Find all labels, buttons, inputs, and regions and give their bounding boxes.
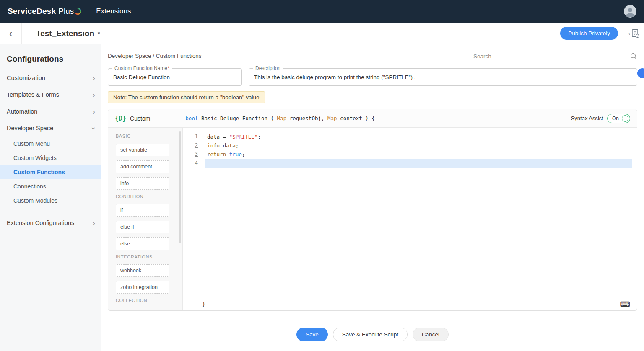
closing-brace: } xyxy=(202,301,205,307)
code-editor-area[interactable]: 1 2 3 4 data = "SPRITLE"; info data; ret… xyxy=(183,128,637,297)
description-label: Description xyxy=(253,65,283,71)
palette-item-zoho-integration[interactable]: zoho integration xyxy=(116,281,169,294)
editor-tab-custom[interactable]: Custom xyxy=(130,115,150,122)
syntax-assist-label: Syntax Assist xyxy=(571,115,603,121)
palette-item-set-variable[interactable]: set variable xyxy=(116,144,169,156)
code-line-4[interactable] xyxy=(205,159,637,168)
sidebar-item-custom-functions[interactable]: Custom Functions xyxy=(0,165,101,179)
chevron-right-icon: › xyxy=(93,219,95,227)
description-field[interactable]: Description This is the basic deluge pro… xyxy=(249,68,637,86)
code-text[interactable]: data = "SPRITLE"; info data; return true… xyxy=(205,128,637,297)
chevron-right-icon: › xyxy=(93,75,95,82)
top-navbar: ServiceDesk Plus Extensions xyxy=(0,0,644,23)
sidebar-item-custom-menu[interactable]: Custom Menu xyxy=(0,137,101,151)
code-line-1[interactable]: data = "SPRITLE"; xyxy=(205,132,637,141)
editor-footer: } ⌨ xyxy=(183,297,637,310)
sidebar-item-automation[interactable]: Automation › xyxy=(0,103,101,120)
line-number[interactable]: 2 xyxy=(183,141,198,150)
chevron-right-icon: › xyxy=(93,91,95,98)
palette-item-add-comment[interactable]: add comment xyxy=(116,160,169,173)
sidebar-item-developer-space[interactable]: Developer Space › xyxy=(0,120,101,137)
brand-secondary: Plus xyxy=(58,7,74,16)
boolean-note-banner: Note: The custom function should return … xyxy=(108,91,265,103)
palette-item-if[interactable]: if xyxy=(116,204,169,217)
brand-logo[interactable]: ServiceDesk Plus xyxy=(8,7,82,16)
syntax-assist-state: On xyxy=(612,116,619,121)
sidebar-item-custom-widgets[interactable]: Custom Widgets xyxy=(0,151,101,165)
code-line-2[interactable]: info data; xyxy=(205,141,637,150)
palette-section-condition: CONDITION xyxy=(116,194,182,199)
back-chevron-icon: ‹ xyxy=(9,28,13,39)
deluge-icon: {D} xyxy=(115,115,126,122)
search-input[interactable] xyxy=(473,53,630,59)
sidebar-item-extension-configurations[interactable]: Extension Configurations › xyxy=(0,214,101,231)
palette-item-webhook[interactable]: webhook xyxy=(116,264,169,277)
toggle-knob xyxy=(622,115,628,122)
publish-status-doc-icon xyxy=(631,29,640,38)
search-icon[interactable] xyxy=(630,53,637,60)
palette-section-basic: BASIC xyxy=(116,134,182,139)
function-signature: bool Basic_Deluge_Function ( Map request… xyxy=(185,115,375,121)
chevron-right-icon: › xyxy=(93,108,95,115)
editor-header: {D} Custom bool Basic_Deluge_Function ( … xyxy=(108,109,637,128)
palette-item-else-if[interactable]: else if xyxy=(116,221,169,233)
palette-item-else[interactable]: else xyxy=(116,237,169,250)
sidebar-item-customization[interactable]: Customization › xyxy=(0,70,101,86)
snippet-palette: BASIC set variable add comment info COND… xyxy=(108,128,183,310)
search-box xyxy=(473,53,637,62)
custom-function-name-value[interactable]: Basic Deluge Function xyxy=(113,74,170,80)
line-number[interactable]: 4 xyxy=(183,159,198,168)
panel-toggle-button[interactable]: ‹ xyxy=(624,23,644,44)
required-marker: * xyxy=(168,65,170,71)
breadcrumb: Developer Space / Custom Functions xyxy=(108,53,202,62)
help-bubble-button[interactable] xyxy=(637,68,644,78)
sidebar-heading: Configurations xyxy=(7,54,94,64)
brand-primary: ServiceDesk xyxy=(8,7,56,16)
user-avatar[interactable] xyxy=(624,5,636,18)
code-line-3[interactable]: return true; xyxy=(205,150,637,159)
extension-toolbar: ‹ Test_Extension ▾ Publish Privately ‹ xyxy=(0,23,644,44)
collapse-chevron-icon: ‹ xyxy=(628,30,630,36)
custom-function-name-label: Custom Function Name* xyxy=(112,65,172,71)
palette-scrollbar[interactable] xyxy=(179,131,181,243)
save-execute-script-button[interactable]: Save & Execute Script xyxy=(333,328,408,341)
deluge-editor-panel: {D} Custom bool Basic_Deluge_Function ( … xyxy=(108,109,637,311)
topbar-section-label: Extensions xyxy=(96,7,131,15)
cancel-button[interactable]: Cancel xyxy=(413,328,449,341)
description-value[interactable]: This is the basic deluge program to prin… xyxy=(254,74,416,80)
back-button[interactable]: ‹ xyxy=(0,23,22,44)
configurations-sidebar: Configurations Customization › Templates… xyxy=(0,44,101,351)
syntax-assist-control: Syntax Assist On xyxy=(571,114,630,123)
sidebar-item-templates-forms[interactable]: Templates & Forms › xyxy=(0,86,101,103)
sidebar-item-custom-modules[interactable]: Custom Modules xyxy=(0,194,101,208)
publish-privately-button[interactable]: Publish Privately xyxy=(560,27,618,40)
syntax-assist-toggle[interactable]: On xyxy=(607,114,630,123)
custom-function-name-field[interactable]: Custom Function Name* Basic Deluge Funct… xyxy=(108,68,242,86)
sidebar-item-connections[interactable]: Connections xyxy=(0,179,101,194)
keyboard-shortcuts-icon[interactable]: ⌨ xyxy=(620,300,630,308)
brand-swoosh-icon xyxy=(75,8,82,15)
form-actions: Save Save & Execute Script Cancel xyxy=(108,328,637,341)
palette-section-integrations: INTEGRATIONS xyxy=(116,254,182,259)
title-dropdown-caret-icon[interactable]: ▾ xyxy=(98,31,100,36)
palette-section-collection: COLLECTION xyxy=(116,298,182,303)
person-icon xyxy=(624,5,636,18)
chevron-down-icon: › xyxy=(91,127,98,129)
extension-title[interactable]: Test_Extension xyxy=(36,29,94,38)
topbar-divider xyxy=(89,6,89,16)
palette-item-info[interactable]: info xyxy=(116,177,169,190)
main-content: Developer Space / Custom Functions Custo… xyxy=(101,44,644,351)
save-button[interactable]: Save xyxy=(296,328,328,341)
line-number[interactable]: 1 xyxy=(183,132,198,141)
line-number-gutter: 1 2 3 4 xyxy=(183,128,205,297)
line-number[interactable]: 3 xyxy=(183,150,198,159)
